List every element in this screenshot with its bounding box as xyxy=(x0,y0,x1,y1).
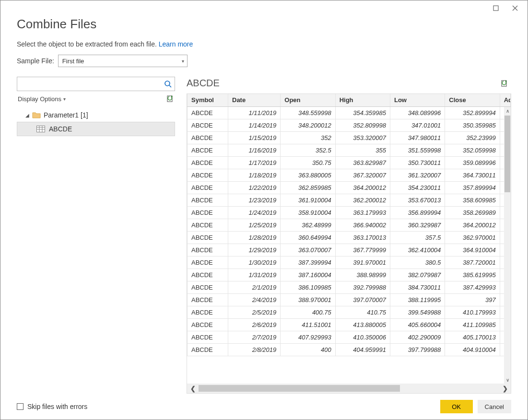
horizontal-scroll-track[interactable] xyxy=(199,385,499,392)
table-icon xyxy=(36,126,45,132)
table-cell: ABCDE xyxy=(188,281,228,293)
scroll-up-arrow-icon[interactable]: ∧ xyxy=(504,107,511,115)
table-cell: 1/22/2019 xyxy=(228,181,281,194)
scroll-right-arrow-icon[interactable]: ❯ xyxy=(499,384,511,393)
table-row[interactable]: ABCDE2/6/2019411.51001413.880005405.6600… xyxy=(188,318,511,331)
table-cell: 367.320007 xyxy=(335,169,390,181)
column-header[interactable]: High xyxy=(335,94,390,106)
main-split: Display Options ▾ ◢ Parameter1 [1] xyxy=(17,77,511,394)
table-cell: 1/28/2019 xyxy=(228,231,281,244)
scroll-down-arrow-icon[interactable]: ∨ xyxy=(504,376,511,384)
vertical-scrollbar[interactable]: ∧ ∨ xyxy=(504,107,511,384)
table-cell: 411.109985 xyxy=(445,318,500,331)
vertical-scroll-thumb[interactable] xyxy=(505,116,510,192)
column-header[interactable]: Date xyxy=(228,94,281,106)
tree-item-abcde[interactable]: ABCDE xyxy=(17,122,175,136)
table-cell: 384.730011 xyxy=(390,281,445,293)
table-row[interactable]: ABCDE1/29/2019363.070007367.779999362.41… xyxy=(188,244,511,256)
preview-header: ABCDE xyxy=(187,77,511,93)
table-row[interactable]: ABCDE1/18/2019363.880005367.320007361.32… xyxy=(188,169,511,181)
table-cell: 348.089996 xyxy=(390,106,445,119)
table-row[interactable]: ABCDE1/11/2019348.559998354.359985348.08… xyxy=(188,106,511,119)
column-header[interactable]: Close xyxy=(445,94,500,106)
table-row[interactable]: ABCDE1/28/2019360.649994363.170013357.53… xyxy=(188,231,511,244)
table-row[interactable]: ABCDE1/17/2019350.75363.829987350.730011… xyxy=(188,156,511,169)
minimize-button[interactable] xyxy=(486,1,505,15)
table-row[interactable]: ABCDE2/7/2019407.929993410.350006402.290… xyxy=(188,331,511,343)
learn-more-link[interactable]: Learn more xyxy=(159,40,193,48)
table-cell: 362.859985 xyxy=(281,181,335,194)
table-row[interactable]: ABCDE1/23/2019361.910004362.200012353.67… xyxy=(188,194,511,206)
chevron-down-icon: ▾ xyxy=(63,96,66,102)
refresh-nav-icon[interactable] xyxy=(166,95,174,103)
table-cell: ABCDE xyxy=(188,219,228,231)
column-header[interactable]: Ad xyxy=(500,94,510,106)
table-cell: 2/5/2019 xyxy=(228,306,281,318)
table-cell: 1/14/2019 xyxy=(228,119,281,131)
table-cell: 2/7/2019 xyxy=(228,331,281,343)
table-row[interactable]: ABCDE1/14/2019348.200012352.809998347.01… xyxy=(188,119,511,131)
table-cell: 1/16/2019 xyxy=(228,144,281,156)
table-cell: 387.399994 xyxy=(281,256,335,268)
table-cell: 2/8/2019 xyxy=(228,343,281,356)
scroll-left-arrow-icon[interactable]: ❮ xyxy=(187,384,199,393)
table-cell: 362.410004 xyxy=(390,244,445,256)
tree-item-label: ABCDE xyxy=(49,125,72,133)
table-viewport: SymbolDateOpenHighLowCloseAd ABCDE1/11/2… xyxy=(187,94,511,384)
table-cell: ABCDE xyxy=(188,169,228,181)
horizontal-scroll-thumb[interactable] xyxy=(199,385,400,392)
navigator-tree: ◢ Parameter1 [1] ABCDE xyxy=(17,109,175,136)
table-row[interactable]: ABCDE1/16/2019352.5355351.559998352.0599… xyxy=(188,144,511,156)
footer-buttons: OK Cancel xyxy=(440,400,511,413)
table-cell: 407.929993 xyxy=(281,331,335,343)
table-row[interactable]: ABCDE1/30/2019387.399994391.970001380.53… xyxy=(188,256,511,268)
refresh-preview-icon[interactable] xyxy=(501,80,508,87)
table-cell: 363.829987 xyxy=(335,156,390,169)
sample-file-select[interactable]: First file ▾ xyxy=(58,55,188,67)
table-cell: 400 xyxy=(281,343,335,356)
table-row[interactable]: ABCDE1/24/2019358.910004363.179993356.89… xyxy=(188,206,511,219)
table-cell: 387.429993 xyxy=(445,281,500,293)
sample-file-row: Sample File: First file ▾ xyxy=(17,55,511,67)
table-cell: 397 xyxy=(445,293,500,306)
table-cell: 367.779999 xyxy=(335,244,390,256)
table-cell: 348.559998 xyxy=(281,106,335,119)
close-button[interactable] xyxy=(505,1,525,15)
ok-button[interactable]: OK xyxy=(440,400,473,413)
dialog-footer: Skip files with errors OK Cancel xyxy=(0,394,528,420)
dialog-title: Combine Files xyxy=(17,17,511,32)
table-cell: 363.880005 xyxy=(281,169,335,181)
table-cell: 364.910004 xyxy=(445,244,500,256)
table-row[interactable]: ABCDE1/31/2019387.160004388.98999382.079… xyxy=(188,268,511,281)
table-row[interactable]: ABCDE1/25/2019362.48999366.940002360.329… xyxy=(188,219,511,231)
table-cell: 358.609985 xyxy=(445,194,500,206)
table-cell: 352.899994 xyxy=(445,106,500,119)
column-header[interactable]: Low xyxy=(390,94,445,106)
horizontal-scrollbar[interactable]: ❮ ❯ xyxy=(187,384,511,393)
table-row[interactable]: ABCDE2/1/2019386.109985392.799988384.730… xyxy=(188,281,511,293)
table-header-row: SymbolDateOpenHighLowCloseAd xyxy=(188,94,511,106)
column-header[interactable]: Open xyxy=(281,94,335,106)
table-row[interactable]: ABCDE1/22/2019362.859985364.200012354.23… xyxy=(188,181,511,194)
table-cell: 358.269989 xyxy=(445,206,500,219)
table-row[interactable]: ABCDE2/5/2019400.75410.75399.549988410.1… xyxy=(188,306,511,318)
tree-folder-parameter1[interactable]: ◢ Parameter1 [1] xyxy=(17,109,175,121)
column-header[interactable]: Symbol xyxy=(188,94,228,106)
search-box[interactable] xyxy=(17,77,175,91)
cancel-button[interactable]: Cancel xyxy=(478,400,511,413)
table-cell: 356.899994 xyxy=(390,206,445,219)
table-row[interactable]: ABCDE2/8/2019400404.959991397.799988404.… xyxy=(188,343,511,356)
table-cell: 1/31/2019 xyxy=(228,268,281,281)
table-cell: 388.970001 xyxy=(281,293,335,306)
table-cell: 391.970001 xyxy=(335,256,390,268)
table-cell: 1/17/2019 xyxy=(228,156,281,169)
display-options-dropdown[interactable]: Display Options ▾ xyxy=(18,95,66,103)
table-cell: 402.290009 xyxy=(390,331,445,343)
preview-pane: ABCDE SymbolDateOpenHighLowCloseAd ABCDE… xyxy=(187,77,511,394)
table-row[interactable]: ABCDE1/15/2019352353.320007347.980011352… xyxy=(188,131,511,144)
skip-errors-checkbox[interactable]: Skip files with errors xyxy=(17,403,87,410)
table-cell: 358.910004 xyxy=(281,206,335,219)
search-input[interactable] xyxy=(20,80,164,88)
table-row[interactable]: ABCDE2/4/2019388.970001397.070007388.119… xyxy=(188,293,511,306)
svg-point-1 xyxy=(165,81,170,86)
